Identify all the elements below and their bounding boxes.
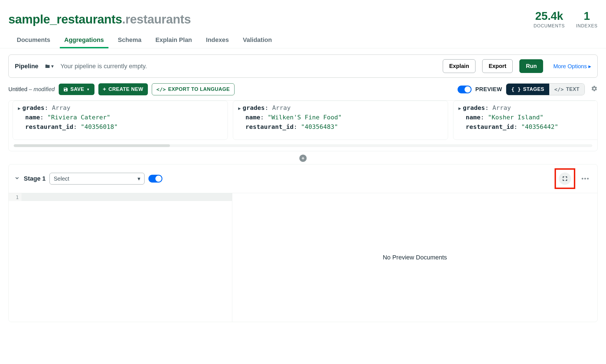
more-options-link[interactable]: More Options ▸: [550, 63, 591, 70]
view-mode-text[interactable]: </> TEXT: [549, 84, 584, 95]
aggregation-toolbar: Untitled – modified SAVE ▼ + CREATE NEW …: [0, 78, 606, 100]
collapse-stage-button[interactable]: [14, 175, 20, 182]
gear-icon: [591, 85, 598, 92]
code-icon: </>: [157, 86, 166, 92]
pipeline-label: Pipeline: [15, 63, 38, 70]
field-key: restaurant_id: [25, 123, 73, 130]
horizontal-scrollbar[interactable]: [14, 144, 592, 147]
stat-documents-value: 25.4k: [534, 10, 565, 22]
field-key: restaurant_id: [245, 123, 293, 130]
preview-doc-card: ▶grades: Array name: "Wilken'S Fine Food…: [233, 101, 448, 140]
stage-panel: Stage 1 Select ▾ ••• 1: [8, 164, 598, 322]
fullscreen-icon: [562, 176, 568, 181]
field-key: name: [245, 114, 260, 121]
header: sample_restaurants.restaurants 25.4k DOC…: [0, 0, 606, 29]
stage-enabled-toggle[interactable]: [148, 175, 162, 183]
field-value: "40356018": [81, 123, 118, 130]
preview-toggle-label: PREVIEW: [475, 86, 502, 93]
save-button[interactable]: SAVE ▼: [59, 84, 94, 95]
pipeline-name-text: Untitled: [8, 86, 27, 92]
editor-current-line: [22, 193, 232, 201]
no-preview-text: No Preview Documents: [383, 254, 447, 261]
field-value: "Wilken'S Fine Food": [268, 114, 342, 121]
create-new-label: CREATE NEW: [108, 86, 143, 92]
stage-editor[interactable]: 1: [9, 193, 232, 322]
expand-icon[interactable]: ▶: [18, 106, 21, 111]
caret-down-icon: ▼: [86, 88, 90, 91]
field-value: "40356483": [301, 123, 338, 130]
add-stage-button[interactable]: +: [299, 155, 307, 162]
chevron-down-icon: [14, 175, 20, 181]
stage-body: 1 No Preview Documents: [9, 193, 597, 322]
field-value: "Kosher Island": [488, 114, 543, 121]
more-options-label: More Options: [553, 63, 587, 69]
tab-indexes[interactable]: Indexes: [206, 36, 229, 48]
collection-name: restaurants: [126, 12, 191, 26]
stage-title: Stage 1: [24, 175, 46, 182]
create-new-button[interactable]: + CREATE NEW: [98, 83, 148, 95]
tab-explain-plan[interactable]: Explain Plan: [155, 36, 192, 48]
field-type: Array: [272, 104, 291, 111]
stage-more-menu[interactable]: •••: [579, 175, 592, 182]
collection-stats: 25.4k DOCUMENTS 1 INDEXES: [534, 10, 598, 29]
expand-icon[interactable]: ▶: [238, 106, 241, 111]
export-button[interactable]: Export: [482, 59, 513, 73]
tabs: Documents Aggregations Schema Explain Pl…: [0, 29, 606, 48]
namespace-separator: .: [122, 12, 126, 26]
stat-documents-label: DOCUMENTS: [534, 23, 565, 29]
field-value: "Riviera Caterer": [47, 114, 110, 121]
view-mode-stages[interactable]: { } STAGES: [506, 84, 549, 95]
stat-indexes-label: INDEXES: [576, 23, 598, 29]
export-to-language-button[interactable]: </> EXPORT TO LANGUAGE: [152, 83, 235, 95]
pipeline-bar: Pipeline ▾ Your pipeline is currently em…: [8, 55, 598, 78]
export-to-language-label: EXPORT TO LANGUAGE: [168, 86, 230, 92]
namespace-title: sample_restaurants.restaurants: [8, 12, 191, 26]
save-icon: [63, 87, 68, 92]
stat-documents: 25.4k DOCUMENTS: [534, 10, 565, 29]
field-key: name: [466, 114, 480, 121]
db-name: sample_restaurants: [8, 12, 122, 26]
tab-validation[interactable]: Validation: [243, 36, 272, 48]
field-key: grades: [22, 104, 44, 111]
save-label: SAVE: [70, 86, 84, 92]
field-key: name: [25, 114, 40, 121]
tab-schema[interactable]: Schema: [118, 36, 141, 48]
run-button[interactable]: Run: [519, 59, 543, 73]
stat-indexes-value: 1: [576, 10, 598, 22]
caret-down-icon: ▾: [51, 63, 54, 69]
settings-button[interactable]: [591, 85, 598, 94]
stage-preview-pane: No Preview Documents: [232, 193, 597, 322]
preview-doc-card: ▶grades: Array name: "Riviera Caterer" r…: [13, 101, 228, 140]
preview-cards-row: ▶grades: Array name: "Riviera Caterer" r…: [9, 101, 597, 143]
pipeline-modified: – modified: [27, 86, 55, 92]
field-type: Array: [52, 104, 70, 111]
stage-select-placeholder: Select: [54, 176, 69, 182]
field-key: grades: [463, 104, 485, 111]
stage-header: Stage 1 Select ▾ •••: [9, 164, 597, 193]
expand-icon[interactable]: ▶: [458, 106, 461, 111]
field-key: restaurant_id: [466, 123, 514, 130]
explain-button[interactable]: Explain: [443, 59, 475, 73]
field-type: Array: [493, 104, 511, 111]
stat-indexes: 1 INDEXES: [576, 10, 598, 29]
caret-right-icon: ▸: [588, 63, 591, 69]
pipeline-open-menu[interactable]: ▾: [45, 63, 54, 69]
folder-icon: [45, 64, 50, 69]
field-key: grades: [243, 104, 265, 111]
scrollbar-thumb[interactable]: [14, 144, 170, 147]
pipeline-empty-text: Your pipeline is currently empty.: [60, 63, 147, 70]
view-mode-stages-label: STAGES: [523, 86, 544, 92]
highlight-annotation: [555, 168, 575, 189]
preview-doc-card: ▶grades: Array name: "Kosher Island" res…: [453, 101, 598, 140]
caret-down-icon: ▾: [138, 175, 140, 182]
stage-operator-select[interactable]: Select ▾: [49, 173, 145, 185]
expand-stage-button[interactable]: [559, 172, 571, 185]
pipeline-name: Untitled – modified: [8, 86, 55, 93]
code-icon: </>: [554, 86, 564, 92]
line-number: 1: [9, 193, 22, 201]
tab-documents[interactable]: Documents: [17, 36, 50, 48]
tab-aggregations[interactable]: Aggregations: [64, 36, 104, 48]
add-stage-row: +: [0, 151, 606, 164]
preview-toggle[interactable]: [458, 86, 472, 93]
plus-icon: +: [103, 86, 106, 93]
